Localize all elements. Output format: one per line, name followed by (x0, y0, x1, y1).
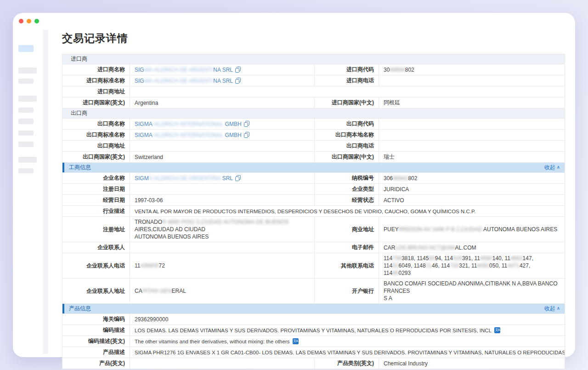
collapse-button[interactable]: 收起 ∧ (544, 164, 560, 171)
importer-phone-value (379, 75, 565, 86)
field-label: 进口商国家(英文) (62, 97, 130, 108)
product-cat-en-value: Chemical Industry (379, 358, 565, 369)
importer-std-name-value: SIGMA-ALDRICH DE ARGENTINA SRL (130, 75, 314, 86)
exporter-country-cn-value: 瑞士 (379, 152, 565, 162)
minimize-window-icon[interactable] (27, 19, 31, 23)
exporter-local-name-value (379, 130, 565, 140)
table-row: 行业描述 VENTA AL POR MAYOR DE PRODUCTOS INT… (62, 206, 565, 217)
section-accent-bar (62, 304, 64, 313)
hs-code-value: 29362990000 (130, 314, 565, 324)
section-title: 产品信息 (69, 305, 91, 313)
chevron-up-icon: ∧ (557, 306, 560, 311)
field-label: 其他联系电话 (314, 253, 379, 278)
field-label: 出口商国家(中文) (314, 152, 379, 162)
page-title: 交易记录详情 (62, 31, 569, 46)
window-controls (19, 19, 39, 23)
field-label: 开户银行 (314, 279, 379, 303)
importer-std-name-link[interactable]: SIGMA-ALDRICH DE ARGENTINA SRL (135, 77, 233, 85)
table-row: 出口商地址 出口商电话 (62, 141, 565, 152)
sidebar-item-active[interactable] (18, 45, 34, 52)
field-label: 进口商国家(中文) (314, 97, 379, 108)
importer-address-value (130, 86, 565, 97)
importer-name-link[interactable]: SIGMA-ALDRICH DE ARGENTINA SRL (135, 66, 233, 74)
copy-icon[interactable] (244, 132, 249, 138)
exporter-address-value (130, 141, 314, 151)
close-window-icon[interactable] (19, 19, 23, 23)
section-title: 工商信息 (69, 164, 91, 171)
copy-icon[interactable] (235, 67, 241, 73)
code-desc-en-value: The other vitamins and their derivatives… (130, 336, 565, 347)
field-label: 进口商电话 (314, 75, 379, 86)
section-title: 出口商 (71, 109, 87, 117)
field-label: 进口商名称 (62, 64, 130, 75)
field-label: 企业类型 (314, 184, 379, 194)
biz-address-value: PUEYRREDON AV 2446 P B 2,CIUDAD AUTONOMA… (379, 217, 565, 242)
tax-no-value: 30696942802 (379, 173, 565, 183)
sidebar-item[interactable] (18, 96, 37, 102)
field-label: 出口商地址 (62, 141, 130, 151)
table-row: 注册地址 TRONADOR 4890 PISO 3,CIUDAD AUTONOM… (62, 217, 565, 242)
table-row: 注册日期 企业类型 JURIDICA (62, 184, 565, 195)
sidebar-skeleton (18, 41, 40, 173)
op-status-value: ACTIVO (379, 195, 565, 205)
table-row: 编码描述 LOS DEMAS. LAS DEMAS VITAMINAS Y SU… (62, 325, 565, 336)
table-row: 出口商名称 SIGMA-ALDRICH INTERNATIONAL GMBH 出… (62, 119, 565, 130)
section-accent-bar (62, 163, 64, 172)
section-header-product: 产品信息 收起 ∧ (62, 304, 565, 314)
table-row: 经营日期 1997-03-06 经营状态 ACTIVO (62, 195, 565, 206)
bank-value: BANCO COMAFI SOCIEDAD ANONIMA,CITIBANK N… (379, 279, 565, 303)
table-row: 海关编码 29362990000 (62, 314, 565, 325)
sidebar-item[interactable] (18, 108, 34, 113)
table-row: 进口商名称 SIGMA-ALDRICH DE ARGENTINA SRL 进口商… (62, 64, 565, 75)
exporter-name-value: SIGMA-ALDRICH INTERNATIONAL GMBH (130, 119, 314, 129)
copy-icon[interactable] (235, 78, 241, 84)
section-title: 进口商 (71, 55, 87, 63)
field-label: 出口商名称 (62, 119, 130, 129)
table-row: 产品描述 SIGMA PHR1276 1G ENVASES X 1 GR CA0… (62, 347, 565, 358)
translate-icon[interactable]: 文A (494, 327, 500, 333)
importer-name-value: SIGMA-ALDRICH DE ARGENTINA SRL (130, 64, 314, 75)
translate-icon[interactable]: 文A (293, 338, 299, 344)
table-row: 产品(英文) 产品类别(英文) Chemical Industry (62, 358, 565, 369)
table-row: 进口商国家(英文) Argentina 进口商国家(中文) 阿根廷 (62, 97, 565, 108)
sidebar-item[interactable] (18, 79, 34, 84)
exporter-phone-value (379, 141, 565, 151)
company-name-value: SIGMA-ALDRICH DE ARGENTINA SRL (130, 173, 314, 183)
copy-icon[interactable] (235, 175, 241, 181)
company-name-link[interactable]: SIGMA-ALDRICH DE ARGENTINA SRL (135, 175, 233, 182)
field-label: 企业联系人 (62, 242, 130, 253)
section-header-exporter: 出口商 (62, 108, 565, 119)
collapse-button[interactable]: 收起 ∧ (544, 305, 560, 313)
field-label: 出口商国家(英文) (62, 152, 130, 162)
exporter-std-name-value: SIGMA-ALDRICH INTERNATIONAL GMBH (130, 130, 314, 140)
field-label: 出口商代码 (314, 119, 379, 129)
sidebar-item[interactable] (18, 142, 34, 147)
field-label: 海关编码 (62, 314, 130, 324)
field-label: 商业地址 (314, 217, 379, 242)
exporter-name-link[interactable]: SIGMA-ALDRICH INTERNATIONAL GMBH (135, 120, 242, 128)
exporter-std-name-link[interactable]: SIGMA-ALDRICH INTERNATIONAL GMBH (135, 131, 242, 139)
sidebar-item[interactable] (18, 157, 37, 163)
op-date-value: 1997-03-06 (130, 195, 314, 205)
sidebar-divider (43, 30, 48, 354)
field-label: 企业名称 (62, 173, 130, 183)
field-label: 进口商代码 (314, 64, 379, 75)
reg-date-value (130, 184, 314, 194)
table-row: 进口商地址 (62, 86, 565, 97)
field-label: 电子邮件 (314, 242, 379, 253)
maximize-window-icon[interactable] (34, 19, 39, 23)
sidebar-item[interactable] (18, 168, 34, 173)
field-label: 进口商地址 (62, 86, 130, 97)
section-header-importer: 进口商 (62, 54, 565, 64)
sidebar-item[interactable] (18, 119, 34, 124)
copy-icon[interactable] (244, 121, 249, 127)
table-row: 企业联系人地址 CAPITAN GENERAL 开户银行 BANCO COMAF… (62, 279, 565, 304)
importer-country-cn-value: 阿根廷 (379, 97, 565, 108)
contact-phone-value: 1143680572 (130, 253, 314, 278)
table-row: 编码描述(英文) The other vitamins and their de… (62, 336, 565, 347)
sidebar-item[interactable] (18, 68, 37, 74)
field-label: 经营日期 (62, 195, 130, 205)
industry-desc-value: VENTA AL POR MAYOR DE PRODUCTOS INTERMED… (130, 206, 565, 216)
field-label: 纳税编号 (314, 173, 379, 183)
sidebar-item[interactable] (18, 131, 34, 136)
